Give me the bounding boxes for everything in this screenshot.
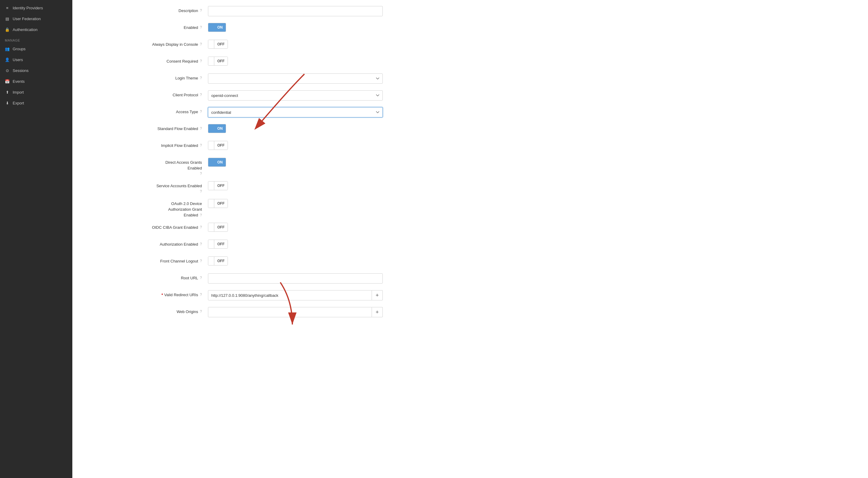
- client-protocol-label: Client Protocol ?: [82, 90, 208, 97]
- direct-access-toggle-knob: [208, 158, 214, 166]
- service-accounts-toggle-knob: [208, 181, 214, 190]
- sidebar-item-label: Groups: [13, 47, 26, 51]
- import-icon: ⬆: [5, 90, 10, 95]
- direct-access-toggle-label: ON: [214, 158, 226, 166]
- web-origins-control: +: [208, 307, 383, 317]
- front-channel-logout-help-icon[interactable]: ?: [200, 259, 202, 263]
- login-theme-label: Login Theme ?: [82, 73, 208, 80]
- authorization-enabled-toggle[interactable]: OFF: [208, 240, 228, 249]
- service-accounts-help-icon[interactable]: ?: [200, 189, 202, 194]
- sidebar-item-user-federation[interactable]: ▤ User Federation: [0, 13, 72, 24]
- front-channel-logout-toggle-label: OFF: [214, 257, 227, 265]
- always-display-toggle-knob: [208, 40, 214, 48]
- direct-access-help-icon[interactable]: ?: [200, 172, 202, 176]
- oidc-ciba-toggle-knob: [208, 223, 214, 232]
- sidebar-item-groups[interactable]: 👥 Groups: [0, 43, 72, 54]
- service-accounts-control: OFF: [208, 181, 380, 190]
- valid-redirect-uris-help-icon[interactable]: ?: [200, 293, 202, 297]
- access-type-label: Access Type ?: [82, 107, 208, 114]
- description-input[interactable]: [208, 6, 383, 16]
- client-protocol-control: openid-connect saml: [208, 90, 383, 101]
- sessions-icon: ⊙: [5, 68, 10, 73]
- front-channel-logout-control: OFF: [208, 257, 380, 266]
- sidebar-item-label: User Federation: [13, 16, 41, 21]
- implicit-flow-toggle[interactable]: OFF: [208, 141, 228, 150]
- always-display-help-icon[interactable]: ?: [200, 42, 202, 46]
- front-channel-logout-label: Front Channel Logout ?: [82, 257, 208, 263]
- access-type-select[interactable]: confidential public bearer-only: [208, 107, 383, 117]
- consent-required-row: Consent Required ? OFF: [82, 57, 380, 68]
- description-control: [208, 6, 383, 16]
- enabled-toggle[interactable]: ON: [208, 23, 226, 32]
- always-display-control: OFF: [208, 40, 380, 49]
- sidebar-item-import[interactable]: ⬆ Import: [0, 87, 72, 98]
- consent-required-toggle-label: OFF: [214, 57, 227, 65]
- web-origins-input[interactable]: [208, 307, 372, 317]
- web-origins-input-group: +: [208, 307, 383, 317]
- enabled-row: Enabled ? ON: [82, 23, 380, 34]
- valid-redirect-uris-control: +: [208, 290, 383, 300]
- login-theme-control: keycloak rh-sso: [208, 73, 383, 84]
- oidc-ciba-label: OIDC CIBA Grant Enabled ?: [82, 223, 208, 230]
- oidc-ciba-toggle-label: OFF: [214, 223, 227, 232]
- web-origins-add-button[interactable]: +: [372, 307, 383, 317]
- service-accounts-toggle[interactable]: OFF: [208, 181, 228, 190]
- sidebar-item-identity-providers[interactable]: ≡ Identity Providers: [0, 2, 72, 13]
- direct-access-row: Direct Access Grants Enabled ? ON: [82, 158, 380, 176]
- oauth-device-label: OAuth 2.0 Device Authorization Grant Ena…: [82, 199, 208, 217]
- sidebar-item-sessions[interactable]: ⊙ Sessions: [0, 65, 72, 76]
- front-channel-logout-toggle[interactable]: OFF: [208, 257, 228, 266]
- web-origins-help-icon[interactable]: ?: [200, 309, 202, 314]
- login-theme-row: Login Theme ? keycloak rh-sso: [82, 73, 380, 85]
- root-url-help-icon[interactable]: ?: [200, 276, 202, 280]
- valid-redirect-uris-add-button[interactable]: +: [372, 290, 383, 300]
- authorization-enabled-control: OFF: [208, 240, 380, 249]
- sidebar-item-label: Export: [13, 101, 24, 105]
- web-origins-label: Web Origins ?: [82, 307, 208, 314]
- oauth-device-toggle[interactable]: OFF: [208, 199, 228, 208]
- oidc-ciba-control: OFF: [208, 223, 380, 232]
- consent-required-toggle-knob: [208, 57, 214, 65]
- always-display-toggle-label: OFF: [214, 40, 227, 48]
- oidc-ciba-help-icon[interactable]: ?: [200, 225, 202, 229]
- web-origins-row: Web Origins ? +: [82, 307, 380, 318]
- groups-icon: 👥: [5, 46, 10, 51]
- oidc-ciba-toggle[interactable]: OFF: [208, 223, 228, 232]
- implicit-flow-help-icon[interactable]: ?: [200, 143, 202, 147]
- sidebar-item-events[interactable]: 📅 Events: [0, 76, 72, 87]
- access-type-help-icon[interactable]: ?: [200, 109, 202, 114]
- access-type-row: Access Type ? confidential public bearer…: [82, 107, 380, 118]
- login-theme-select[interactable]: keycloak rh-sso: [208, 73, 383, 84]
- consent-required-toggle[interactable]: OFF: [208, 57, 228, 66]
- sidebar-item-export[interactable]: ⬇ Export: [0, 98, 72, 108]
- login-theme-help-icon[interactable]: ?: [200, 76, 202, 80]
- authorization-enabled-label: Authorization Enabled ?: [82, 240, 208, 246]
- authorization-enabled-help-icon[interactable]: ?: [200, 242, 202, 246]
- sidebar-item-label: Identity Providers: [13, 6, 43, 10]
- sidebar-item-users[interactable]: 👤 Users: [0, 54, 72, 65]
- valid-redirect-uris-input[interactable]: [208, 290, 372, 300]
- sidebar-item-label: Import: [13, 90, 24, 95]
- standard-flow-toggle[interactable]: ON: [208, 124, 226, 133]
- oauth-device-help-icon[interactable]: ?: [200, 213, 202, 217]
- client-protocol-select[interactable]: openid-connect saml: [208, 90, 383, 101]
- root-url-input[interactable]: [208, 273, 383, 283]
- consent-required-help-icon[interactable]: ?: [200, 59, 202, 63]
- enabled-toggle-knob: [208, 23, 214, 32]
- standard-flow-toggle-knob: [208, 124, 214, 133]
- description-help-icon[interactable]: ?: [200, 8, 202, 13]
- manage-section-label: Manage: [0, 35, 72, 43]
- sidebar-item-label: Users: [13, 58, 23, 62]
- implicit-flow-toggle-label: OFF: [214, 141, 227, 149]
- direct-access-toggle[interactable]: ON: [208, 158, 226, 167]
- standard-flow-help-icon[interactable]: ?: [200, 127, 202, 131]
- client-protocol-help-icon[interactable]: ?: [200, 93, 202, 97]
- sidebar-item-authentication[interactable]: 🔒 Authentication: [0, 24, 72, 35]
- oauth-device-toggle-label: OFF: [214, 199, 227, 208]
- export-icon: ⬇: [5, 101, 10, 105]
- always-display-toggle[interactable]: OFF: [208, 40, 228, 49]
- enabled-help-icon[interactable]: ?: [200, 25, 202, 30]
- root-url-label: Root URL ?: [82, 273, 208, 280]
- access-type-control: confidential public bearer-only: [208, 107, 383, 117]
- annotation-arrow-2: [256, 276, 316, 337]
